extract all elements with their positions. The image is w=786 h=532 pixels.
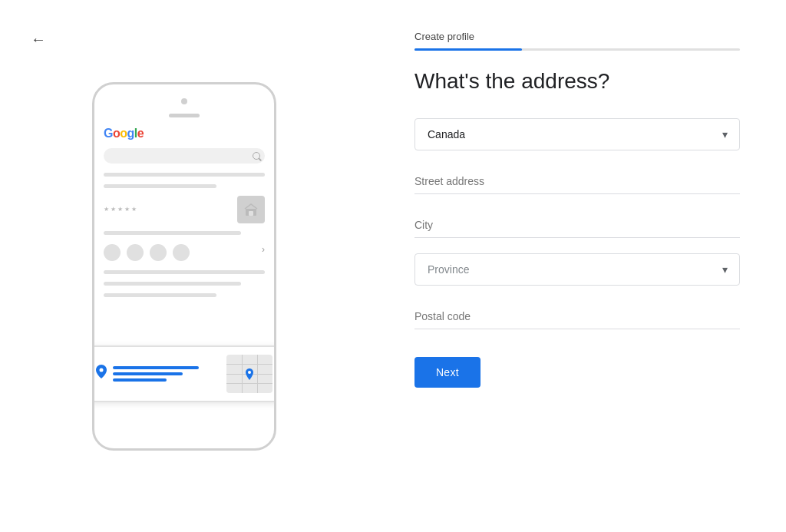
phone-content-line	[104, 293, 216, 297]
business-store-icon	[237, 196, 265, 223]
svg-point-2	[100, 368, 104, 372]
card-pin-icon	[96, 365, 107, 382]
phone-content-line	[104, 184, 216, 188]
phone-top: G o o g l e	[104, 127, 265, 140]
country-select[interactable]: Canada United States United Kingdom Aust…	[414, 118, 740, 150]
phone-search-icon	[253, 152, 260, 160]
country-field-wrapper: Canada United States United Kingdom Aust…	[414, 118, 740, 150]
city-input[interactable]	[414, 210, 740, 238]
street-address-wrapper	[414, 166, 740, 194]
google-logo: G o o g l e	[104, 127, 144, 140]
progress-section: Create profile	[414, 31, 740, 51]
phone-stars-row: ★ ★ ★ ★ ★	[104, 196, 265, 223]
left-panel: ← G o o g l e ★ ★ ★ ★ ★	[0, 0, 368, 532]
province-select[interactable]: Province Alberta British Columbia Manito…	[414, 253, 740, 286]
phone-content-line	[104, 231, 241, 235]
phone-speaker	[169, 114, 200, 117]
phone-content-line	[104, 270, 265, 274]
next-button[interactable]: Next	[414, 357, 481, 388]
phone-action-icons: ›	[104, 244, 265, 261]
phone-camera	[181, 98, 187, 104]
back-button[interactable]: ←	[31, 31, 46, 48]
phone-action-icon	[173, 244, 190, 261]
phone-content-line	[104, 173, 265, 177]
address-form: Canada United States United Kingdom Aust…	[414, 118, 740, 388]
progress-bar-container	[414, 48, 740, 51]
phone-search-bar	[104, 148, 265, 164]
phone-action-icon	[104, 244, 121, 261]
city-wrapper	[414, 210, 740, 238]
phone-action-icon	[150, 244, 167, 261]
map-pin-icon	[245, 368, 254, 384]
page-title: What's the address?	[414, 69, 740, 94]
phone-chevron-icon: ›	[262, 244, 265, 261]
province-field-wrapper: Province Alberta British Columbia Manito…	[414, 253, 740, 286]
phone-action-icon	[127, 244, 144, 261]
svg-rect-1	[249, 211, 253, 216]
postal-code-input[interactable]	[414, 301, 740, 329]
progress-bar-fill	[414, 48, 522, 51]
postal-code-wrapper	[414, 301, 740, 329]
right-panel: Create profile What's the address? Canad…	[368, 0, 786, 532]
svg-point-3	[248, 371, 251, 374]
phone-mockup: G o o g l e ★ ★ ★ ★ ★	[92, 82, 276, 451]
phone-content-line	[104, 282, 241, 286]
street-address-input[interactable]	[414, 166, 740, 194]
progress-label: Create profile	[414, 31, 740, 42]
phone-highlight-card	[92, 345, 276, 402]
card-map-thumbnail	[226, 355, 272, 393]
card-text-lines	[113, 366, 220, 382]
